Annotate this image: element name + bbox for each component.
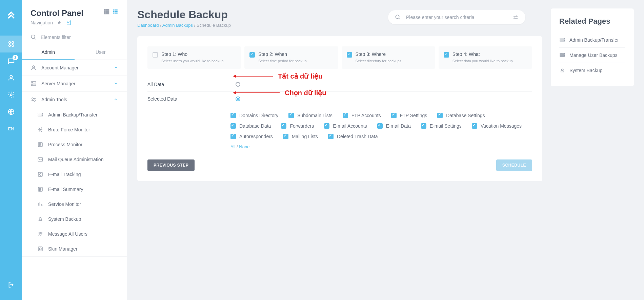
nav-sub-item[interactable]: Skin Manager — [22, 241, 127, 256]
radio-selected-data-input[interactable] — [236, 97, 240, 101]
radio-all-data-input[interactable] — [236, 82, 240, 87]
chevron-down-icon — [114, 81, 118, 86]
svg-rect-12 — [108, 11, 109, 13]
svg-point-2 — [8, 45, 11, 47]
server-icon — [31, 81, 37, 87]
svg-rect-33 — [38, 158, 43, 162]
nav-sub-item[interactable]: Process Monitor — [22, 137, 127, 152]
crumb-admin-backups[interactable]: Admin Backups — [162, 23, 193, 28]
tab-admin[interactable]: Admin — [22, 45, 75, 60]
svg-rect-14 — [106, 13, 107, 14]
data-checkbox[interactable]: FTP Settings — [391, 113, 427, 118]
checkbox-icon — [472, 123, 477, 129]
radio-selected-data[interactable]: Selected Data — [147, 92, 532, 106]
sidebar-title: Control Panel — [31, 8, 83, 18]
logo-icon[interactable] — [0, 5, 22, 25]
svg-rect-16 — [113, 9, 114, 10]
nav-sub-item[interactable]: Service Monitor — [22, 197, 127, 212]
step-checkbox — [153, 52, 158, 58]
svg-point-43 — [514, 18, 515, 19]
nav-sub-item[interactable]: Mail Queue Administration — [22, 152, 127, 167]
schedule-button[interactable]: SCHEDULE — [496, 159, 532, 171]
grid-view-icon[interactable] — [103, 8, 109, 15]
rail-lang[interactable]: EN — [0, 120, 22, 137]
nav-sub-item[interactable]: System Backup — [22, 212, 127, 227]
svg-point-48 — [561, 54, 562, 55]
data-checkbox[interactable]: Database Data — [230, 123, 271, 129]
wizard-step[interactable]: Step 1: WhoSelect users you would like t… — [147, 46, 241, 69]
svg-point-28 — [32, 98, 34, 100]
svg-rect-47 — [560, 56, 565, 57]
svg-point-5 — [10, 94, 12, 96]
related-title: Related Pages — [559, 17, 625, 26]
crumb-dashboard[interactable]: Dashboard — [137, 23, 159, 28]
sort-icon[interactable] — [66, 20, 72, 26]
svg-point-4 — [10, 76, 12, 78]
list-view-icon[interactable] — [112, 8, 118, 15]
nav-admin-tools[interactable]: Admin Tools — [22, 92, 127, 107]
data-checkbox[interactable]: Autoresponders — [230, 134, 273, 139]
data-checkbox[interactable]: Database Settings — [437, 113, 485, 118]
rail-dashboard-icon[interactable] — [0, 36, 22, 52]
data-checkbox[interactable]: Vacation Messages — [472, 123, 522, 129]
pin-icon[interactable] — [57, 20, 62, 25]
icon-rail: 3 EN — [0, 0, 22, 300]
svg-point-1 — [12, 42, 14, 44]
nav-server-manager[interactable]: Server Manager — [22, 76, 127, 91]
nav-account-manager[interactable]: Account Manager — [22, 60, 127, 76]
svg-rect-13 — [104, 13, 105, 14]
nav-sub-item[interactable]: Message All Users — [22, 227, 127, 241]
checkbox-icon — [230, 134, 236, 139]
crumb-current: Schedule Backup — [197, 23, 231, 28]
wizard-step[interactable]: Step 2: WhenSelect time period for backu… — [244, 46, 338, 69]
rail-globe-icon[interactable] — [0, 103, 22, 120]
steps-row: Step 1: WhoSelect users you would like t… — [147, 46, 532, 69]
data-checkbox[interactable]: Subdomain Lists — [288, 113, 333, 118]
tools-icon — [31, 97, 37, 103]
data-checkbox[interactable]: E-mail Settings — [421, 123, 462, 129]
rail-logout-icon[interactable] — [0, 276, 22, 293]
wizard-step[interactable]: Step 3: WhereSelect directory for backup… — [342, 46, 435, 69]
rail-messages-icon[interactable]: 3 — [0, 52, 22, 69]
svg-rect-17 — [115, 9, 118, 10]
radio-all-data[interactable]: All Data — [147, 77, 532, 92]
nav-sub-item[interactable]: E-mail Tracking — [22, 167, 127, 182]
select-none-link[interactable]: None — [239, 144, 249, 149]
data-checkbox[interactable]: Domains Directory — [230, 113, 278, 118]
checkbox-icon — [391, 113, 397, 118]
sidebar: Control Panel Navigation Elements filter… — [22, 0, 127, 300]
related-pages-panel: Related Pages Admin Backup/TransferManag… — [551, 8, 634, 86]
checkbox-icon — [281, 123, 286, 129]
svg-point-3 — [12, 45, 14, 47]
related-item[interactable]: System Backup — [559, 63, 625, 78]
step-checkbox — [347, 52, 352, 58]
svg-rect-30 — [38, 113, 43, 114]
svg-rect-10 — [104, 11, 105, 13]
data-checkbox[interactable]: Forwarders — [281, 123, 314, 129]
wizard-step[interactable]: Step 4: WhatSelect data you would like t… — [439, 46, 532, 69]
data-checkbox[interactable]: Deleted Trash Data — [328, 134, 378, 139]
related-item[interactable]: Manage User Backups — [559, 48, 625, 63]
related-item[interactable]: Admin Backup/Transfer — [559, 33, 625, 48]
nav-sub-item[interactable]: Brute Force Monitor — [22, 122, 127, 137]
select-all-link[interactable]: All — [230, 144, 235, 149]
elements-filter[interactable]: Elements filter — [22, 29, 127, 45]
data-checkbox[interactable]: E-mail Data — [377, 123, 411, 129]
data-checkbox[interactable]: E-mail Accounts — [324, 123, 367, 129]
global-search[interactable]: Please enter your search criteria — [388, 10, 525, 24]
data-checkbox[interactable]: Mailing Lists — [283, 134, 318, 139]
svg-rect-21 — [115, 13, 118, 14]
search-icon — [31, 34, 37, 40]
previous-step-button[interactable]: PREVIOUS STEP — [147, 159, 195, 171]
rail-settings-icon[interactable] — [0, 86, 22, 103]
data-checkbox[interactable]: FTP Accounts — [343, 113, 381, 118]
sliders-icon[interactable] — [512, 14, 519, 20]
checkbox-icon — [283, 134, 288, 139]
tab-user[interactable]: User — [75, 45, 127, 60]
nav-sub-item[interactable]: E-mail Summary — [22, 182, 127, 197]
rail-user-icon[interactable] — [0, 69, 22, 86]
checkbox-icon — [328, 134, 334, 139]
nav-sub-item[interactable]: Admin Backup/Transfer — [22, 107, 127, 122]
svg-point-41 — [396, 15, 399, 19]
checkbox-icon — [230, 113, 236, 118]
